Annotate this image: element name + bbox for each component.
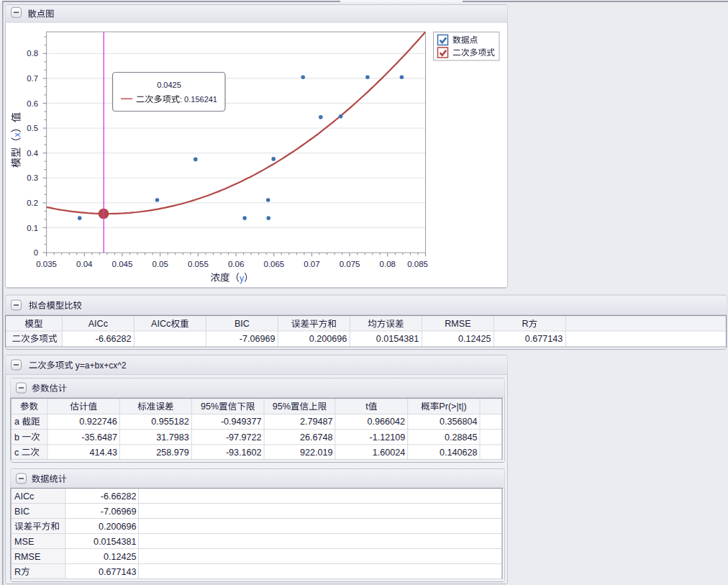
svg-text:0.200696: 0.200696 <box>309 334 347 344</box>
svg-text:0.045: 0.045 <box>112 260 133 268</box>
svg-text:95%: 95% <box>201 402 219 412</box>
svg-text:0.12425: 0.12425 <box>458 334 491 344</box>
svg-text:: 0.156241: : 0.156241 <box>180 95 217 104</box>
svg-text:95%: 95% <box>273 402 291 412</box>
svg-text:RMSE: RMSE <box>445 319 470 329</box>
svg-text:0.035: 0.035 <box>36 260 57 268</box>
svg-text:31.7983: 31.7983 <box>156 432 189 443</box>
svg-text:0.08: 0.08 <box>380 260 396 268</box>
svg-text:2.79487: 2.79487 <box>300 417 333 427</box>
svg-text:MSE: MSE <box>14 537 34 547</box>
svg-text:0.5: 0.5 <box>27 124 38 132</box>
svg-text:0.0154381: 0.0154381 <box>94 537 137 547</box>
svg-text:0.966042: 0.966042 <box>368 417 406 427</box>
svg-text:0.06: 0.06 <box>228 260 244 268</box>
svg-text:AICc: AICc <box>14 491 34 502</box>
svg-text:b: b <box>14 432 19 443</box>
svg-text:0.3: 0.3 <box>27 173 38 182</box>
svg-text:-7.06969: -7.06969 <box>101 507 137 517</box>
svg-text:0.1: 0.1 <box>27 224 38 232</box>
svg-text:922.019: 922.019 <box>300 448 333 458</box>
svg-text:0.28845: 0.28845 <box>445 432 478 443</box>
svg-text:a: a <box>14 417 19 427</box>
svg-text:0.055: 0.055 <box>188 260 209 268</box>
svg-text:t: t <box>365 402 368 412</box>
svg-text:0.356804: 0.356804 <box>440 417 478 427</box>
svg-text:-93.1602: -93.1602 <box>226 448 262 458</box>
svg-text:-97.9722: -97.9722 <box>226 432 262 443</box>
svg-text:0.085: 0.085 <box>407 260 428 268</box>
svg-text:BIC: BIC <box>14 507 29 517</box>
svg-text:0.8: 0.8 <box>27 49 38 58</box>
svg-text:-7.06969: -7.06969 <box>240 334 276 344</box>
svg-text:0.0425: 0.0425 <box>157 81 181 89</box>
svg-text:-0.949377: -0.949377 <box>221 417 262 427</box>
svg-text:-1.12109: -1.12109 <box>370 432 406 443</box>
svg-text:R: R <box>14 567 21 577</box>
svg-text:0.922746: 0.922746 <box>79 417 117 427</box>
svg-text:0.677143: 0.677143 <box>99 567 137 577</box>
svg-text:0.0154381: 0.0154381 <box>376 334 419 344</box>
svg-text:0.140628: 0.140628 <box>440 448 478 458</box>
svg-text:AICc: AICc <box>151 319 170 329</box>
svg-text:0.200696: 0.200696 <box>99 522 137 532</box>
svg-text:0.955182: 0.955182 <box>151 417 189 427</box>
svg-text:R: R <box>522 319 529 329</box>
svg-text:0: 0 <box>34 248 38 257</box>
svg-text:258.979: 258.979 <box>156 448 189 458</box>
svg-text:-6.66282: -6.66282 <box>101 491 137 502</box>
svg-text:y: y <box>240 273 244 284</box>
svg-text:0.7: 0.7 <box>27 74 38 83</box>
svg-text:Pr(>|t|): Pr(>|t|) <box>439 402 466 412</box>
svg-text:0.2: 0.2 <box>27 199 38 207</box>
svg-text:c: c <box>14 448 19 458</box>
svg-text:0.05: 0.05 <box>153 260 168 268</box>
svg-text:0.065: 0.065 <box>263 260 284 268</box>
svg-text:-6.66282: -6.66282 <box>96 334 132 344</box>
svg-text:0.075: 0.075 <box>340 260 360 268</box>
svg-text:1.60024: 1.60024 <box>373 448 406 458</box>
svg-text:BIC: BIC <box>235 319 250 329</box>
svg-text:414.43: 414.43 <box>89 448 117 458</box>
svg-text:-35.6487: -35.6487 <box>81 432 117 443</box>
svg-text:y=a+bx+cx^2: y=a+bx+cx^2 <box>76 360 127 371</box>
svg-text:0.04: 0.04 <box>76 260 93 268</box>
svg-text:26.6748: 26.6748 <box>300 432 333 443</box>
svg-text:RMSE: RMSE <box>14 552 40 562</box>
svg-text:0.12425: 0.12425 <box>104 552 137 562</box>
svg-text:0.677143: 0.677143 <box>525 334 563 344</box>
svg-text:0.6: 0.6 <box>27 99 38 108</box>
svg-text:0.4: 0.4 <box>27 149 38 158</box>
svg-text:x: x <box>12 132 22 137</box>
svg-text:0.07: 0.07 <box>304 260 319 268</box>
svg-text:AICc: AICc <box>88 319 108 329</box>
